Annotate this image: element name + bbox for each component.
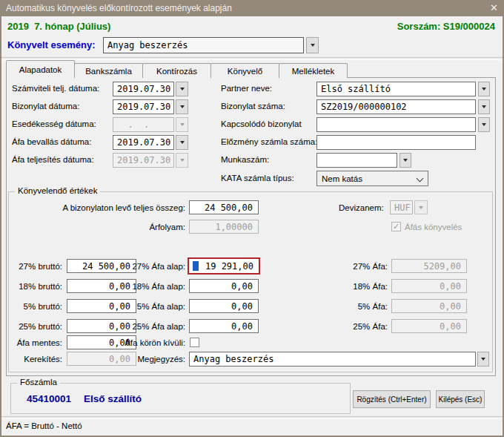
- tab-label: Könyvelő: [228, 67, 262, 76]
- amount-value: 0,00: [231, 321, 253, 332]
- bizonylat-szama-label: Bizonylat száma:: [221, 102, 285, 111]
- rogzites-button[interactable]: Rögzítés (Ctrl+Enter): [353, 390, 431, 408]
- dropdown-arrow-icon: [482, 105, 486, 108]
- vat5-afa-field: 0,00: [391, 299, 467, 313]
- tab-label: Mellékletek: [292, 67, 335, 76]
- period-label: 2019 7. hónap (Július): [7, 21, 110, 32]
- bizonylat-szama-field[interactable]: SZ2019/000000102: [316, 99, 476, 114]
- vat5-brutto-label: 5% bruttó:: [7, 302, 62, 311]
- dropdown-arrow-icon: [180, 123, 185, 126]
- vat18-afa-field: 0,00: [391, 279, 467, 293]
- partner-neve-label: Partner neve:: [221, 84, 272, 93]
- kerekites-label: Kerekítés:: [7, 355, 62, 364]
- bizonylat-szama-dropdown[interactable]: [478, 99, 490, 114]
- kapcsolodo-bizonylat-field[interactable]: [316, 117, 476, 132]
- dialog-window: Automatikus könyvelés előkontírozott ese…: [0, 0, 504, 437]
- afa-bevallas-datum-dropdown[interactable]: [176, 135, 188, 150]
- tab-bankszamla[interactable]: Bankszámla: [74, 63, 143, 78]
- group-title: Könyvelendő értékek: [15, 186, 100, 195]
- amount-value: 0,00: [440, 321, 461, 332]
- tab-konyvelo[interactable]: Könyvelő: [210, 63, 279, 78]
- devizanem-dropdown: [414, 200, 428, 214]
- megjegyzes-label: Megjegyzés:: [111, 355, 185, 364]
- bizonylat-datum-dropdown[interactable]: [176, 99, 188, 114]
- vat25-afa-alap-label: 25% Áfa alap:: [111, 322, 185, 331]
- vat27-afa-alap-label: 27% Áfa alap:: [111, 262, 185, 271]
- szamviteli-datum-dropdown[interactable]: [176, 82, 188, 96]
- teljes-osszeg-field[interactable]: 24 500,00: [189, 200, 259, 214]
- event-label: Könyvelt esemény:: [7, 39, 96, 50]
- dropdown-arrow-icon: [482, 88, 486, 91]
- tab-label: Alapadatok: [19, 65, 62, 74]
- date-value: 2019.07.30: [117, 102, 170, 112]
- button-label: Kilépés (Esc): [439, 395, 483, 404]
- tab-alapadatok[interactable]: Alapadatok: [6, 60, 75, 78]
- vat18-afa-label: 18% Áfa:: [321, 282, 388, 291]
- szamviteli-datum-field[interactable]: 2019.07.30: [113, 82, 174, 96]
- devizanem-label: Devizanem:: [339, 203, 384, 212]
- amount-value: 0,00: [231, 301, 253, 312]
- afa-bevallas-datum-label: Áfa bevallás dátuma:: [12, 137, 91, 146]
- vat27-brutto-label: 27% bruttó:: [7, 262, 62, 271]
- munkaszam-label: Munkaszám:: [221, 155, 269, 164]
- vat27-afa-alap-field[interactable]: 19 291,00: [188, 257, 260, 275]
- amount-value: 24 500,00: [205, 203, 253, 213]
- event-dropdown-button[interactable]: [306, 37, 319, 53]
- header-separator: [0, 57, 504, 60]
- szamviteli-datum-label: Számviteli telj. dátuma:: [12, 84, 99, 93]
- afa-koron-kivuli-checkbox[interactable]: [190, 338, 199, 347]
- date-value: . .: [117, 119, 149, 130]
- close-icon[interactable]: ✕: [490, 0, 498, 16]
- title-bar[interactable]: Automatikus könyvelés előkontírozott ese…: [0, 0, 504, 16]
- dropdown-arrow-icon: [180, 141, 185, 144]
- amount-value: 0,00: [440, 281, 461, 292]
- event-combobox[interactable]: Anyag beszerzés: [103, 37, 304, 53]
- dropdown-arrow-icon: [180, 88, 185, 91]
- dropdown-arrow-icon: [403, 159, 408, 162]
- megjegyzes-dropdown[interactable]: [477, 352, 489, 367]
- foszamla-number: 45410001: [27, 393, 71, 404]
- partner-neve-field[interactable]: Első szállító: [316, 82, 476, 96]
- dropdown-arrow-icon: [419, 206, 423, 209]
- vat18-afa-alap-field[interactable]: 0,00: [189, 279, 259, 293]
- currency-value: HUF: [394, 203, 411, 213]
- date-value: 2019.07.30: [117, 137, 170, 148]
- tab-mellekletek[interactable]: Mellékletek: [279, 63, 348, 78]
- tab-kontirozas[interactable]: Kontírozás: [142, 63, 211, 78]
- tab-label: Kontírozás: [156, 67, 197, 76]
- button-label: Rögzítés (Ctrl+Enter): [357, 395, 426, 404]
- field-value: SZ2019/000000102: [321, 102, 407, 112]
- chevron-down-icon: [417, 175, 424, 183]
- vat18-afa-alap-label: 18% Áfa alap:: [111, 282, 185, 291]
- event-value: Anyag beszerzés: [107, 40, 188, 50]
- arfolyam-field: 1,00000: [189, 220, 259, 234]
- afa-bevallas-datum-field[interactable]: 2019.07.30: [113, 135, 174, 150]
- vat27-afa-label: 27% Áfa:: [321, 262, 388, 271]
- devizanem-field: HUF: [390, 200, 413, 214]
- dropdown-arrow-icon: [311, 44, 315, 47]
- date-value: 2019.07.30: [117, 84, 170, 94]
- vat25-afa-label: 25% Áfa:: [321, 322, 388, 331]
- kapcsolodo-bizonylat-dropdown[interactable]: [478, 117, 490, 132]
- bizonylat-datum-field[interactable]: 2019.07.30: [113, 99, 174, 114]
- foszamla-name: Első szállító: [84, 393, 142, 404]
- vat25-afa-field: 0,00: [391, 319, 467, 333]
- afas-konyveles-checkbox: ✓: [391, 222, 401, 231]
- esedekesseg-datum-dropdown: [176, 117, 188, 132]
- kata-combobox[interactable]: Nem katás: [316, 171, 428, 186]
- afa-teljesites-datum-dropdown: [176, 153, 188, 168]
- elozmeny-szamla-field[interactable]: [316, 135, 476, 150]
- arfolyam-label: Árfolyam:: [44, 223, 185, 231]
- vat5-afa-alap-label: 5% Áfa alap:: [111, 302, 185, 311]
- vat18-brutto-label: 18% bruttó:: [7, 282, 62, 291]
- partner-neve-dropdown[interactable]: [478, 82, 490, 96]
- munkaszam-field[interactable]: [316, 153, 397, 168]
- kapcsolodo-bizonylat-label: Kapcsolódó bizonylat: [221, 119, 302, 128]
- megjegyzes-field[interactable]: Anyag beszerzés: [189, 352, 476, 367]
- kilepes-button[interactable]: Kilépés (Esc): [436, 390, 485, 408]
- dropdown-arrow-icon: [481, 358, 485, 361]
- munkaszam-dropdown[interactable]: [399, 153, 411, 168]
- vat25-afa-alap-field[interactable]: 0,00: [189, 319, 259, 333]
- bizonylat-datum-label: Bizonylat dátuma:: [12, 102, 79, 111]
- vat5-afa-alap-field[interactable]: 0,00: [189, 299, 259, 313]
